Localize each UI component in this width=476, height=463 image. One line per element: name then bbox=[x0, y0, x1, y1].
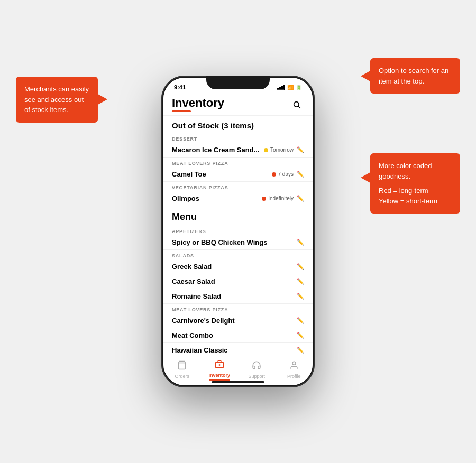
app-header: Inventory bbox=[163, 92, 313, 116]
wifi-icon: 📶 bbox=[287, 85, 294, 90]
item-name-0: Macaron Ice Cream Sand... bbox=[172, 146, 264, 154]
phone-screen: 9:41 📶 🔋 Inventory bbox=[163, 78, 313, 385]
item-caesar-salad: Caesar Salad bbox=[172, 277, 297, 285]
title-block: Inventory bbox=[172, 97, 224, 112]
page-title: Inventory bbox=[172, 97, 224, 109]
orders-label: Orders bbox=[175, 374, 189, 379]
stock-badge-2: Indefinitely bbox=[262, 196, 294, 201]
status-text-0: Tomorrow bbox=[270, 147, 294, 153]
svg-point-6 bbox=[292, 362, 296, 365]
out-of-stock-header: Out of Stock (3 items) bbox=[163, 116, 313, 133]
inventory-label: Inventory bbox=[208, 373, 230, 378]
support-label: Support bbox=[248, 374, 265, 379]
profile-label: Profile bbox=[287, 374, 301, 379]
item-meat-combo: Meat Combo bbox=[172, 331, 297, 339]
item-greek-salad: Greek Salad bbox=[172, 263, 297, 271]
menu-header: Menu bbox=[163, 206, 313, 226]
edit-icon-romaine[interactable]: ✏️ bbox=[297, 293, 304, 300]
profile-icon bbox=[289, 360, 299, 373]
inventory-icon bbox=[215, 359, 224, 372]
item-name-2: Olimpos bbox=[172, 195, 262, 202]
category-label-meat: MEAT LOVERS PIZZA bbox=[163, 158, 313, 167]
menu-item-hawaiian[interactable]: Hawaiian Classic ✏️ bbox=[163, 343, 313, 357]
edit-icon-1[interactable]: ✏️ bbox=[297, 171, 304, 178]
category-salads: SALADS bbox=[163, 250, 313, 260]
status-dot-2 bbox=[262, 197, 266, 201]
item-romaine-salad: Romaine Salad bbox=[172, 292, 297, 300]
stock-badge-1: 7 days bbox=[272, 171, 294, 177]
nav-orders[interactable]: Orders bbox=[163, 360, 201, 379]
category-meat-lovers: MEAT LOVERS PIZZA bbox=[163, 304, 313, 313]
edit-icon-2[interactable]: ✏️ bbox=[297, 195, 304, 202]
status-time: 9:41 bbox=[174, 84, 186, 90]
edit-icon-chicken[interactable]: ✏️ bbox=[297, 239, 304, 246]
out-of-stock-item-2[interactable]: Olimpos Indefinitely ✏️ bbox=[163, 191, 313, 206]
menu-item-chicken-wings[interactable]: Spicy or BBQ Chicken Wings ✏️ bbox=[163, 235, 313, 250]
menu-item-greek-salad[interactable]: Greek Salad ✏️ bbox=[163, 260, 313, 274]
nav-profile[interactable]: Profile bbox=[276, 360, 313, 379]
edit-icon-0[interactable]: ✏️ bbox=[297, 146, 304, 153]
status-icons: 📶 🔋 bbox=[277, 85, 302, 90]
status-text-2: Indefinitely bbox=[268, 196, 294, 201]
annotation-left: Merchants can easily see and access out … bbox=[16, 77, 98, 123]
menu-item-carnivore[interactable]: Carnivore's Delight ✏️ bbox=[163, 313, 313, 328]
category-appetizers: APPETIZERS bbox=[163, 226, 313, 235]
edit-icon-caesar[interactable]: ✏️ bbox=[297, 278, 304, 285]
menu-item-caesar-salad[interactable]: Caesar Salad ✏️ bbox=[163, 274, 313, 289]
annotation-mid-right: More color coded goodness. Red = long-te… bbox=[370, 153, 460, 214]
item-carnivore: Carnivore's Delight bbox=[172, 317, 297, 325]
out-of-stock-item-1[interactable]: Camel Toe 7 days ✏️ bbox=[163, 167, 313, 182]
category-label-dessert: DESSERT bbox=[163, 133, 313, 143]
support-icon bbox=[252, 360, 261, 373]
status-dot-1 bbox=[272, 172, 276, 177]
status-dot-0 bbox=[264, 148, 268, 152]
stock-badge-0: Tomorrow bbox=[264, 147, 294, 153]
orders-icon bbox=[177, 360, 187, 373]
edit-icon-hawaiian[interactable]: ✏️ bbox=[297, 347, 304, 354]
phone-shell: 9:41 📶 🔋 Inventory bbox=[161, 76, 315, 387]
edit-icon-greek[interactable]: ✏️ bbox=[297, 263, 304, 270]
phone-notch bbox=[206, 76, 270, 89]
signal-icon bbox=[277, 85, 285, 90]
svg-point-0 bbox=[294, 101, 299, 106]
phone-device: 9:41 📶 🔋 Inventory bbox=[161, 76, 315, 387]
edit-icon-meatcombo[interactable]: ✏️ bbox=[297, 332, 304, 339]
menu-item-meat-combo[interactable]: Meat Combo ✏️ bbox=[163, 328, 313, 343]
category-label-veg: VEGETARIAN PIZZAS bbox=[163, 182, 313, 191]
item-hawaiian: Hawaiian Classic bbox=[172, 346, 297, 354]
nav-active-bar bbox=[209, 379, 230, 381]
nav-inventory[interactable]: Inventory bbox=[201, 359, 239, 381]
status-text-1: 7 days bbox=[278, 171, 294, 177]
search-button[interactable] bbox=[289, 97, 304, 112]
menu-item-romaine-salad[interactable]: Romaine Salad ✏️ bbox=[163, 289, 313, 304]
nav-support[interactable]: Support bbox=[238, 360, 276, 379]
edit-icon-carnivore[interactable]: ✏️ bbox=[297, 317, 304, 324]
home-indicator bbox=[212, 381, 264, 383]
app-content[interactable]: Inventory Out of Stock (3 items) DESSERT bbox=[163, 92, 313, 357]
svg-line-1 bbox=[298, 106, 300, 108]
item-name-1: Camel Toe bbox=[172, 170, 272, 178]
item-chicken-wings: Spicy or BBQ Chicken Wings bbox=[172, 238, 297, 246]
annotation-top-right: Option to search for an item at the top. bbox=[370, 58, 460, 94]
battery-icon: 🔋 bbox=[296, 85, 302, 90]
title-underline bbox=[172, 110, 191, 112]
out-of-stock-item-0[interactable]: Macaron Ice Cream Sand... Tomorrow ✏️ bbox=[163, 143, 313, 158]
